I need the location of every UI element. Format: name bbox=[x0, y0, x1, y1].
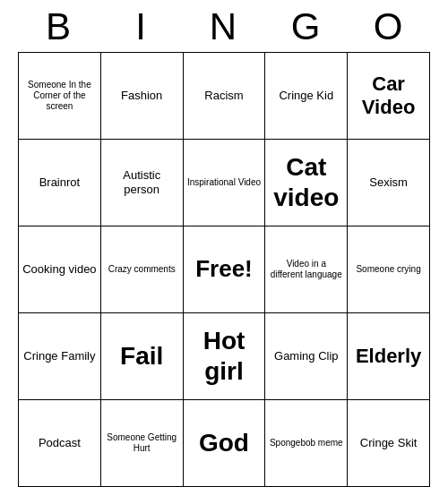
bingo-cell-14: Someone crying bbox=[348, 226, 430, 313]
bingo-cell-24: Cringe Skit bbox=[348, 400, 430, 487]
bingo-cell-1: Fashion bbox=[101, 53, 184, 140]
bingo-cell-16: Fail bbox=[101, 313, 184, 400]
bingo-cell-22: God bbox=[184, 400, 266, 487]
bingo-cell-19: Elderly bbox=[348, 313, 430, 400]
title-g: G bbox=[269, 5, 344, 48]
bingo-cell-0: Someone In the Corner of the screen bbox=[19, 53, 101, 140]
bingo-cell-3: Cringe Kid bbox=[265, 53, 348, 140]
bingo-cell-4: Car Video bbox=[348, 53, 430, 140]
bingo-cell-9: Sexism bbox=[348, 140, 430, 226]
bingo-cell-12: Free! bbox=[184, 226, 266, 313]
bingo-cell-6: Autistic person bbox=[101, 140, 184, 226]
bingo-cell-5: Brainrot bbox=[19, 140, 101, 226]
title-i: I bbox=[104, 5, 179, 48]
title-o: O bbox=[351, 5, 426, 48]
bingo-cell-21: Someone Getting Hurt bbox=[101, 400, 184, 487]
bingo-cell-20: Podcast bbox=[19, 400, 101, 487]
title-n: N bbox=[186, 5, 262, 48]
bingo-cell-11: Crazy comments bbox=[101, 226, 184, 313]
bingo-grid: Someone In the Corner of the screenFashi… bbox=[18, 52, 430, 487]
bingo-cell-8: Cat video bbox=[265, 140, 348, 226]
title-b: B bbox=[22, 5, 97, 48]
bingo-cell-17: Hot girl bbox=[184, 313, 266, 400]
bingo-cell-18: Gaming Clip bbox=[265, 313, 348, 400]
bingo-cell-15: Cringe Family bbox=[19, 313, 101, 400]
bingo-cell-13: Video in a different language bbox=[265, 226, 348, 313]
bingo-cell-2: Racism bbox=[184, 53, 266, 140]
bingo-cell-10: Cooking video bbox=[19, 226, 101, 313]
bingo-cell-7: Inspirational Video bbox=[184, 140, 266, 226]
bingo-title: B I N G O bbox=[18, 0, 430, 52]
bingo-cell-23: Spongebob meme bbox=[265, 400, 348, 487]
